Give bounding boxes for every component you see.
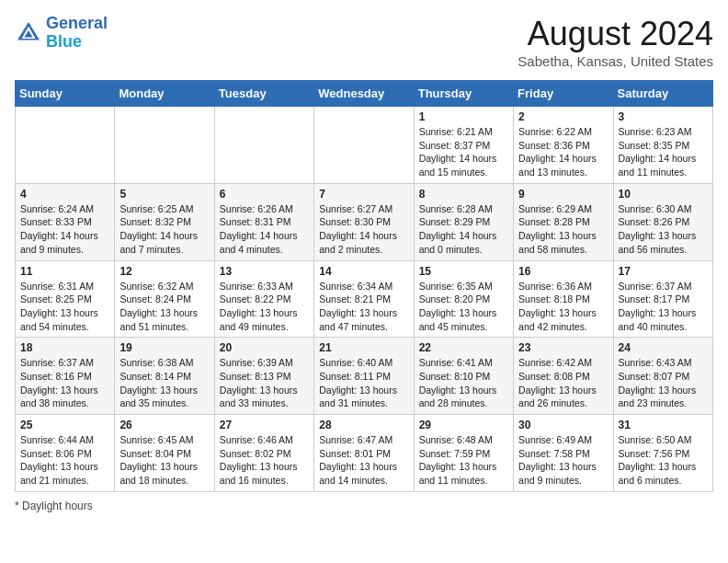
day-info: Sunrise: 6:31 AM Sunset: 8:25 PM Dayligh… <box>20 280 109 334</box>
day-info: Sunrise: 6:24 AM Sunset: 8:33 PM Dayligh… <box>20 202 109 257</box>
calendar-cell <box>314 107 414 184</box>
calendar-cell: 8Sunrise: 6:28 AM Sunset: 8:29 PM Daylig… <box>414 183 513 260</box>
calendar-cell: 14Sunrise: 6:34 AM Sunset: 8:21 PM Dayli… <box>314 260 414 338</box>
day-number: 29 <box>419 419 508 431</box>
calendar-cell: 7Sunrise: 6:27 AM Sunset: 8:30 PM Daylig… <box>314 183 414 260</box>
day-number: 19 <box>119 341 209 354</box>
day-info: Sunrise: 6:29 AM Sunset: 8:28 PM Dayligh… <box>518 202 608 257</box>
day-number: 23 <box>518 341 608 354</box>
day-number: 31 <box>619 419 708 431</box>
day-info: Sunrise: 6:25 AM Sunset: 8:32 PM Dayligh… <box>119 202 209 257</box>
day-header-saturday: Saturday <box>613 81 712 107</box>
week-row-2: 4Sunrise: 6:24 AM Sunset: 8:33 PM Daylig… <box>16 183 713 260</box>
day-number: 15 <box>419 265 508 278</box>
day-info: Sunrise: 6:23 AM Sunset: 8:35 PM Dayligh… <box>619 125 708 179</box>
day-info: Sunrise: 6:32 AM Sunset: 8:24 PM Dayligh… <box>119 280 209 334</box>
day-info: Sunrise: 6:40 AM Sunset: 8:11 PM Dayligh… <box>319 356 408 410</box>
calendar-cell <box>115 107 214 184</box>
day-number: 5 <box>119 188 209 201</box>
day-number: 7 <box>319 188 408 201</box>
day-info: Sunrise: 6:37 AM Sunset: 8:17 PM Dayligh… <box>619 280 708 334</box>
day-number: 22 <box>419 341 508 354</box>
day-info: Sunrise: 6:37 AM Sunset: 8:16 PM Dayligh… <box>20 356 109 410</box>
logo-icon <box>15 19 42 47</box>
day-number: 12 <box>119 265 209 278</box>
calendar-cell: 4Sunrise: 6:24 AM Sunset: 8:33 PM Daylig… <box>16 183 115 260</box>
calendar-cell: 20Sunrise: 6:39 AM Sunset: 8:13 PM Dayli… <box>214 338 313 415</box>
calendar-cell: 19Sunrise: 6:38 AM Sunset: 8:14 PM Dayli… <box>115 338 214 415</box>
title-section: August 2024 Sabetha, Kansas, United Stat… <box>518 15 713 69</box>
calendar-cell: 26Sunrise: 6:45 AM Sunset: 8:04 PM Dayli… <box>115 415 214 492</box>
day-info: Sunrise: 6:50 AM Sunset: 7:56 PM Dayligh… <box>619 433 708 488</box>
day-info: Sunrise: 6:39 AM Sunset: 8:13 PM Dayligh… <box>220 356 309 410</box>
calendar-cell: 5Sunrise: 6:25 AM Sunset: 8:32 PM Daylig… <box>115 183 214 260</box>
calendar-cell: 24Sunrise: 6:43 AM Sunset: 8:07 PM Dayli… <box>613 338 712 415</box>
day-info: Sunrise: 6:44 AM Sunset: 8:06 PM Dayligh… <box>20 433 109 488</box>
day-info: Sunrise: 6:49 AM Sunset: 7:58 PM Dayligh… <box>518 433 608 488</box>
calendar-cell: 10Sunrise: 6:30 AM Sunset: 8:26 PM Dayli… <box>613 183 712 260</box>
footer-text: Daylight hours <box>22 500 93 512</box>
calendar-cell: 31Sunrise: 6:50 AM Sunset: 7:56 PM Dayli… <box>613 415 712 492</box>
day-number: 13 <box>220 265 309 278</box>
calendar-cell: 25Sunrise: 6:44 AM Sunset: 8:06 PM Dayli… <box>16 415 115 492</box>
calendar-cell: 9Sunrise: 6:29 AM Sunset: 8:28 PM Daylig… <box>514 183 613 260</box>
calendar-body: 1Sunrise: 6:21 AM Sunset: 8:37 PM Daylig… <box>16 107 713 492</box>
logo-text: General Blue <box>46 15 108 52</box>
calendar-cell: 29Sunrise: 6:48 AM Sunset: 7:59 PM Dayli… <box>414 415 513 492</box>
day-info: Sunrise: 6:46 AM Sunset: 8:02 PM Dayligh… <box>220 433 309 488</box>
day-number: 14 <box>319 265 408 278</box>
calendar-cell: 13Sunrise: 6:33 AM Sunset: 8:22 PM Dayli… <box>214 260 313 338</box>
week-row-5: 25Sunrise: 6:44 AM Sunset: 8:06 PM Dayli… <box>16 415 713 492</box>
day-info: Sunrise: 6:45 AM Sunset: 8:04 PM Dayligh… <box>119 433 209 488</box>
day-info: Sunrise: 6:35 AM Sunset: 8:20 PM Dayligh… <box>419 280 508 334</box>
day-info: Sunrise: 6:34 AM Sunset: 8:21 PM Dayligh… <box>319 280 408 334</box>
day-info: Sunrise: 6:36 AM Sunset: 8:18 PM Dayligh… <box>518 280 608 334</box>
calendar-header-row: SundayMondayTuesdayWednesdayThursdayFrid… <box>16 81 713 107</box>
calendar-cell: 30Sunrise: 6:49 AM Sunset: 7:58 PM Dayli… <box>514 415 613 492</box>
calendar-table: SundayMondayTuesdayWednesdayThursdayFrid… <box>15 80 713 492</box>
day-info: Sunrise: 6:38 AM Sunset: 8:14 PM Dayligh… <box>119 356 209 410</box>
header: General Blue August 2024 Sabetha, Kansas… <box>15 15 713 69</box>
calendar-cell: 6Sunrise: 6:26 AM Sunset: 8:31 PM Daylig… <box>214 183 313 260</box>
day-number: 6 <box>220 188 309 201</box>
day-info: Sunrise: 6:21 AM Sunset: 8:37 PM Dayligh… <box>419 125 508 179</box>
day-number: 3 <box>619 110 708 123</box>
day-header-sunday: Sunday <box>16 81 115 107</box>
calendar-cell: 15Sunrise: 6:35 AM Sunset: 8:20 PM Dayli… <box>414 260 513 338</box>
day-info: Sunrise: 6:41 AM Sunset: 8:10 PM Dayligh… <box>419 356 508 410</box>
logo: General Blue <box>15 15 108 52</box>
calendar-cell: 17Sunrise: 6:37 AM Sunset: 8:17 PM Dayli… <box>613 260 712 338</box>
day-number: 8 <box>419 188 508 201</box>
day-info: Sunrise: 6:42 AM Sunset: 8:08 PM Dayligh… <box>518 356 608 410</box>
calendar-cell: 12Sunrise: 6:32 AM Sunset: 8:24 PM Dayli… <box>115 260 214 338</box>
day-number: 17 <box>619 265 708 278</box>
calendar-cell: 2Sunrise: 6:22 AM Sunset: 8:36 PM Daylig… <box>514 107 613 184</box>
day-number: 16 <box>518 265 608 278</box>
calendar-cell <box>16 107 115 184</box>
calendar-cell: 18Sunrise: 6:37 AM Sunset: 8:16 PM Dayli… <box>16 338 115 415</box>
calendar-cell: 27Sunrise: 6:46 AM Sunset: 8:02 PM Dayli… <box>214 415 313 492</box>
day-info: Sunrise: 6:30 AM Sunset: 8:26 PM Dayligh… <box>619 202 708 257</box>
day-number: 25 <box>20 419 109 431</box>
day-info: Sunrise: 6:28 AM Sunset: 8:29 PM Dayligh… <box>419 202 508 257</box>
calendar-cell: 16Sunrise: 6:36 AM Sunset: 8:18 PM Dayli… <box>514 260 613 338</box>
day-number: 21 <box>319 341 408 354</box>
day-number: 20 <box>220 341 309 354</box>
day-info: Sunrise: 6:27 AM Sunset: 8:30 PM Dayligh… <box>319 202 408 257</box>
day-header-monday: Monday <box>115 81 214 107</box>
day-info: Sunrise: 6:48 AM Sunset: 7:59 PM Dayligh… <box>419 433 508 488</box>
day-number: 18 <box>20 341 109 354</box>
day-info: Sunrise: 6:33 AM Sunset: 8:22 PM Dayligh… <box>220 280 309 334</box>
day-number: 10 <box>619 188 708 201</box>
day-number: 30 <box>518 419 608 431</box>
day-info: Sunrise: 6:43 AM Sunset: 8:07 PM Dayligh… <box>619 356 708 410</box>
day-number: 2 <box>518 110 608 123</box>
day-header-thursday: Thursday <box>414 81 513 107</box>
calendar-cell: 23Sunrise: 6:42 AM Sunset: 8:08 PM Dayli… <box>514 338 613 415</box>
calendar-cell: 3Sunrise: 6:23 AM Sunset: 8:35 PM Daylig… <box>613 107 712 184</box>
calendar-cell: 28Sunrise: 6:47 AM Sunset: 8:01 PM Dayli… <box>314 415 414 492</box>
day-number: 27 <box>220 419 309 431</box>
week-row-3: 11Sunrise: 6:31 AM Sunset: 8:25 PM Dayli… <box>16 260 713 338</box>
day-header-friday: Friday <box>514 81 613 107</box>
calendar-cell: 11Sunrise: 6:31 AM Sunset: 8:25 PM Dayli… <box>16 260 115 338</box>
